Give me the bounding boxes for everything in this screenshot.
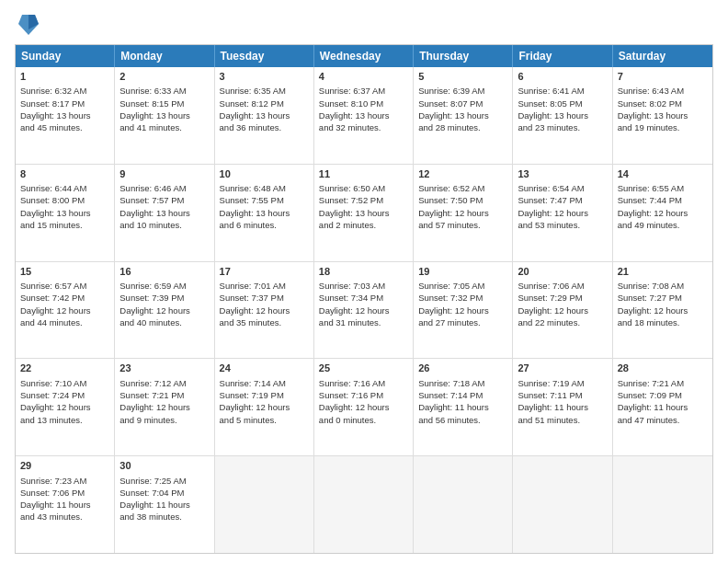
day-info-line: Sunrise: 6:52 AM (418, 182, 507, 194)
day-info-line: and 2 minutes. (319, 219, 408, 231)
day-info-line: Sunrise: 6:57 AM (20, 280, 109, 292)
day-info-line: Daylight: 13 hours (418, 109, 507, 121)
day-info-line: Daylight: 11 hours (119, 499, 209, 511)
day-number: 19 (418, 265, 507, 279)
day-info-line: Sunset: 7:29 PM (518, 292, 607, 304)
day-info-line: Sunrise: 7:06 AM (518, 280, 607, 292)
day-info-line: Sunset: 7:44 PM (618, 194, 708, 206)
day-info-line: Sunset: 7:37 PM (220, 292, 309, 304)
day-info-line: Sunset: 7:39 PM (119, 292, 209, 304)
day-number: 3 (220, 70, 309, 84)
day-info-line: Sunset: 8:12 PM (220, 98, 309, 109)
calendar-day-1: 1Sunrise: 6:32 AMSunset: 8:17 PMDaylight… (16, 67, 115, 164)
day-info-line: Sunset: 7:52 PM (319, 194, 408, 206)
calendar-day-22: 22Sunrise: 7:10 AMSunset: 7:24 PMDayligh… (16, 359, 115, 455)
day-header-sunday: Sunday (16, 45, 115, 67)
day-info-line: Sunset: 7:32 PM (418, 292, 507, 304)
day-info-line: Daylight: 13 hours (20, 207, 109, 219)
logo-icon (18, 11, 39, 37)
day-info-line: and 45 minutes. (20, 121, 109, 133)
calendar-day-empty (613, 456, 712, 553)
day-info-line: Sunset: 8:05 PM (518, 98, 607, 109)
calendar-day-2: 2Sunrise: 6:33 AMSunset: 8:15 PMDaylight… (115, 67, 214, 164)
day-header-saturday: Saturday (613, 45, 712, 67)
calendar-day-9: 9Sunrise: 6:46 AMSunset: 7:57 PMDaylight… (115, 165, 214, 261)
calendar-day-10: 10Sunrise: 6:48 AMSunset: 7:55 PMDayligh… (215, 165, 314, 261)
day-info-line: Sunrise: 6:39 AM (418, 85, 507, 97)
day-info-line: Sunrise: 7:14 AM (220, 377, 309, 389)
day-info-line: Sunrise: 7:12 AM (119, 377, 209, 389)
calendar-day-25: 25Sunrise: 7:16 AMSunset: 7:16 PMDayligh… (314, 359, 414, 455)
calendar-day-empty (414, 456, 513, 553)
day-info-line: Sunrise: 7:10 AM (20, 377, 109, 389)
day-info-line: Daylight: 12 hours (20, 304, 109, 316)
day-number: 28 (618, 362, 708, 375)
day-number: 12 (418, 167, 507, 181)
calendar-header-row: SundayMondayTuesdayWednesdayThursdayFrid… (16, 45, 712, 67)
day-info-line: Sunset: 7:04 PM (119, 487, 209, 499)
day-info-line: Sunset: 7:06 PM (20, 487, 109, 499)
day-info-line: Sunset: 8:10 PM (319, 98, 408, 109)
day-info-line: and 13 minutes. (20, 414, 109, 426)
calendar-day-19: 19Sunrise: 7:05 AMSunset: 7:32 PMDayligh… (414, 262, 513, 359)
day-info-line: and 35 minutes. (220, 316, 309, 328)
calendar-day-empty (215, 456, 314, 553)
day-info-line: Daylight: 13 hours (319, 109, 408, 121)
day-info-line: Sunrise: 6:54 AM (518, 182, 607, 194)
day-number: 10 (220, 167, 309, 181)
day-number: 11 (319, 167, 408, 181)
day-info-line: and 18 minutes. (618, 316, 708, 328)
day-info-line: and 0 minutes. (319, 414, 408, 426)
day-number: 13 (518, 167, 607, 181)
day-info-line: Sunset: 7:19 PM (220, 389, 309, 401)
day-info-line: Sunset: 7:14 PM (418, 389, 507, 401)
day-number: 18 (319, 265, 408, 279)
day-number: 24 (220, 362, 309, 375)
day-info-line: Daylight: 12 hours (518, 304, 607, 316)
day-info-line: Sunrise: 7:19 AM (518, 377, 607, 389)
day-info-line: Sunset: 7:42 PM (20, 292, 109, 304)
day-header-tuesday: Tuesday (215, 45, 314, 67)
day-info-line: Sunset: 7:47 PM (518, 194, 607, 206)
day-info-line: Daylight: 12 hours (319, 401, 408, 413)
day-info-line: and 53 minutes. (518, 219, 607, 231)
calendar-day-23: 23Sunrise: 7:12 AMSunset: 7:21 PMDayligh… (115, 359, 214, 455)
day-info-line: Daylight: 12 hours (220, 304, 309, 316)
day-info-line: Sunset: 7:11 PM (518, 389, 607, 401)
day-number: 30 (119, 459, 209, 473)
day-info-line: Sunset: 7:55 PM (220, 194, 309, 206)
day-info-line: and 57 minutes. (418, 219, 507, 231)
day-info-line: Daylight: 12 hours (119, 304, 209, 316)
day-info-line: Sunrise: 7:05 AM (418, 280, 507, 292)
day-info-line: and 40 minutes. (119, 316, 209, 328)
calendar-day-30: 30Sunrise: 7:25 AMSunset: 7:04 PMDayligh… (115, 456, 214, 553)
day-info-line: Daylight: 12 hours (319, 304, 408, 316)
day-number: 22 (20, 362, 109, 375)
day-info-line: Sunrise: 6:46 AM (119, 182, 209, 194)
calendar-day-empty (513, 456, 612, 553)
day-info-line: Sunrise: 7:25 AM (119, 475, 209, 487)
calendar-day-7: 7Sunrise: 6:43 AMSunset: 8:02 PMDaylight… (613, 67, 712, 164)
day-info-line: and 28 minutes. (418, 121, 507, 133)
day-info-line: Sunrise: 6:33 AM (119, 85, 209, 97)
calendar-body: 1Sunrise: 6:32 AMSunset: 8:17 PMDaylight… (16, 67, 712, 553)
day-number: 7 (618, 70, 708, 84)
day-header-monday: Monday (115, 45, 214, 67)
calendar-day-16: 16Sunrise: 6:59 AMSunset: 7:39 PMDayligh… (115, 262, 214, 359)
calendar-day-12: 12Sunrise: 6:52 AMSunset: 7:50 PMDayligh… (414, 165, 513, 261)
day-number: 15 (20, 265, 109, 279)
day-info-line: Daylight: 12 hours (418, 304, 507, 316)
day-info-line: Sunset: 7:21 PM (119, 389, 209, 401)
day-info-line: Sunset: 8:07 PM (418, 98, 507, 109)
day-info-line: Daylight: 12 hours (220, 401, 309, 413)
day-number: 2 (119, 70, 209, 84)
day-number: 23 (119, 362, 209, 375)
day-info-line: Daylight: 12 hours (618, 207, 708, 219)
day-info-line: and 38 minutes. (119, 511, 209, 523)
day-info-line: Sunrise: 6:50 AM (319, 182, 408, 194)
calendar-week-3: 15Sunrise: 6:57 AMSunset: 7:42 PMDayligh… (16, 262, 712, 360)
day-info-line: Daylight: 13 hours (618, 109, 708, 121)
day-info-line: Daylight: 11 hours (518, 401, 607, 413)
day-info-line: Daylight: 13 hours (20, 109, 109, 121)
day-info-line: and 49 minutes. (618, 219, 708, 231)
